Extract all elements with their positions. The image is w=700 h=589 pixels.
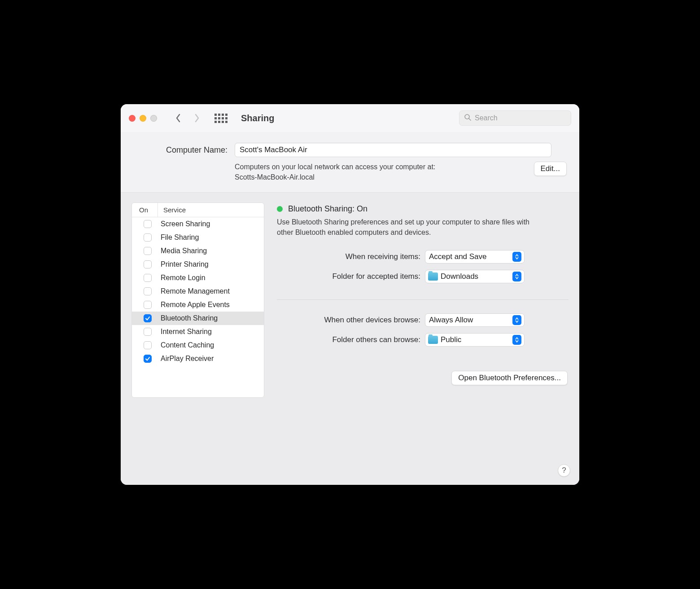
service-row[interactable]: Remote Management (132, 285, 264, 298)
accept-folder-popup[interactable]: Downloads (425, 270, 525, 283)
service-label: Internet Sharing (161, 328, 212, 336)
service-row[interactable]: Content Caching (132, 338, 264, 352)
service-checkbox[interactable] (144, 341, 152, 349)
computer-name-section: Computer Name: Computers on your local n… (121, 132, 579, 192)
service-checkbox[interactable] (144, 220, 152, 228)
pane-title: Sharing (241, 113, 274, 123)
service-label: Content Caching (161, 341, 214, 349)
services-list: Screen SharingFile SharingMedia SharingP… (132, 217, 264, 365)
folder-icon (428, 273, 438, 281)
service-label: Screen Sharing (161, 220, 210, 228)
forward-button[interactable] (194, 113, 200, 123)
browse-folder-label: Folder others can browse: (277, 335, 420, 344)
minimize-window-button[interactable] (140, 115, 146, 122)
service-checkbox[interactable] (144, 328, 152, 336)
bluetooth-options: When receiving items: Accept and Save Fo… (277, 250, 569, 385)
edit-hostname-button[interactable]: Edit... (534, 162, 567, 176)
updown-arrows-icon (512, 272, 521, 281)
open-bluetooth-preferences-button[interactable]: Open Bluetooth Preferences... (451, 371, 568, 385)
computer-name-description: Computers on your local network can acce… (235, 162, 435, 182)
preferences-window: Sharing Computer Name: Computers on your… (121, 104, 579, 485)
status-title: Bluetooth Sharing: On (288, 204, 368, 214)
help-button[interactable]: ? (558, 464, 570, 477)
service-checkbox[interactable] (144, 314, 152, 322)
service-label: Printer Sharing (161, 260, 209, 268)
toolbar: Sharing (121, 104, 579, 132)
computer-name-input[interactable] (235, 143, 551, 157)
folder-icon (428, 336, 438, 344)
search-input[interactable] (475, 114, 566, 122)
service-label: Bluetooth Sharing (161, 314, 218, 322)
service-row[interactable]: Internet Sharing (132, 325, 264, 338)
service-label: Remote Management (161, 287, 230, 295)
browse-folder-popup[interactable]: Public (425, 333, 525, 347)
service-row[interactable]: Printer Sharing (132, 258, 264, 271)
search-field[interactable] (459, 110, 571, 126)
service-row[interactable]: Media Sharing (132, 244, 264, 258)
show-all-icon[interactable] (214, 114, 228, 123)
service-row[interactable]: Screen Sharing (132, 217, 264, 231)
service-row[interactable]: Remote Apple Events (132, 298, 264, 312)
updown-arrows-icon (512, 252, 521, 262)
back-button[interactable] (175, 113, 181, 123)
browse-action-value: Always Allow (429, 316, 512, 325)
zoom-window-button[interactable] (150, 115, 157, 122)
service-label: File Sharing (161, 233, 199, 242)
status-description: Use Bluetooth Sharing preferences and se… (277, 217, 546, 237)
service-label: Remote Login (161, 274, 206, 282)
receive-action-value: Accept and Save (429, 252, 512, 261)
column-service: Service (158, 206, 186, 214)
computer-name-label: Computer Name: (133, 145, 228, 155)
body: On Service Screen SharingFile SharingMed… (121, 192, 579, 485)
service-row[interactable]: File Sharing (132, 231, 264, 244)
services-table-header: On Service (132, 203, 264, 217)
browse-action-popup[interactable]: Always Allow (425, 313, 525, 327)
receive-label: When receiving items: (277, 252, 420, 261)
status-row: Bluetooth Sharing: On (277, 204, 569, 214)
status-indicator-icon (277, 206, 283, 212)
column-on: On (132, 203, 158, 217)
accept-folder-value: Downloads (441, 272, 512, 281)
updown-arrows-icon (512, 315, 521, 325)
service-row[interactable]: AirPlay Receiver (132, 352, 264, 365)
detail-pane: Bluetooth Sharing: On Use Bluetooth Shar… (277, 202, 569, 474)
svg-line-1 (469, 119, 471, 120)
search-icon (464, 114, 471, 123)
close-window-button[interactable] (129, 115, 136, 122)
window-controls (129, 115, 157, 122)
service-checkbox[interactable] (144, 247, 152, 255)
nav-buttons (175, 113, 200, 123)
service-checkbox[interactable] (144, 355, 152, 363)
service-checkbox[interactable] (144, 260, 152, 268)
divider (277, 299, 569, 300)
accept-folder-label: Folder for accepted items: (277, 272, 420, 281)
service-checkbox[interactable] (144, 233, 152, 242)
service-label: AirPlay Receiver (161, 355, 214, 363)
service-label: Media Sharing (161, 247, 207, 255)
service-row[interactable]: Remote Login (132, 271, 264, 285)
service-checkbox[interactable] (144, 301, 152, 309)
service-checkbox[interactable] (144, 274, 152, 282)
browse-label: When other devices browse: (277, 316, 420, 325)
service-checkbox[interactable] (144, 287, 152, 295)
browse-folder-value: Public (441, 335, 512, 344)
service-row[interactable]: Bluetooth Sharing (132, 312, 264, 325)
receive-action-popup[interactable]: Accept and Save (425, 250, 525, 264)
updown-arrows-icon (512, 335, 521, 345)
service-label: Remote Apple Events (161, 301, 230, 309)
services-table: On Service Screen SharingFile SharingMed… (131, 202, 264, 398)
